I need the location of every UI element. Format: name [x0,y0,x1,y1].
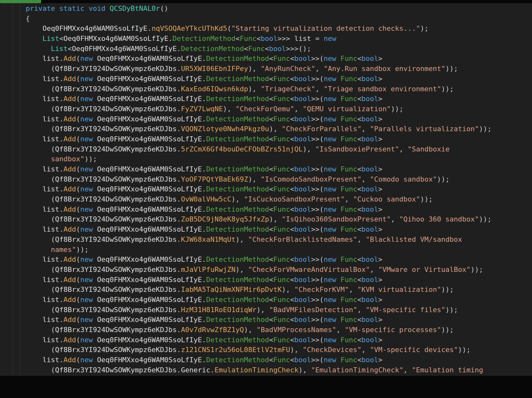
code-token: bool [362,95,378,103]
code-token: "Cuckoo sandbox" [353,195,420,203]
code-token: Oeq0FHMXxo4g6WAM0SsoLfIyE [97,135,202,143]
code-token: >>( [311,336,324,344]
code-line[interactable]: list.Add(new Oeq0FHMXxo4g6WAM0SsoLfIyE.D… [26,94,532,104]
code-token: , [349,286,357,293]
code-token: bool [269,45,286,53]
code-token: "QEMU virtualization" [303,105,391,113]
code-token: ( [76,205,80,213]
code-token: . [59,276,63,284]
code-line[interactable]: list.Add(new Oeq0FHMXxo4g6WAM0SsoLfIyE.D… [26,275,532,285]
code-token: Oeq0FHMXxo4g6WAM0SsoLfIyE [97,75,202,83]
code-line[interactable]: names")); [26,245,532,255]
code-line[interactable]: list.Add(new Oeq0FHMXxo4g6WAM0SsoLfIyE.D… [26,224,532,234]
code-line[interactable]: (Qf8Brx3YI924DwSOWKympz6eKDJbs.A0v7dRvwZ… [26,325,532,335]
code-token: ( [26,286,55,293]
code-line[interactable]: (Qf8Brx3YI924DwSOWKympz6eKDJbs.mJaVlPfuR… [26,265,532,275]
code-token: . [202,225,206,233]
code-token: >>( [311,316,324,324]
code-token: "IsComodoSandboxPresent" [261,175,362,183]
code-line[interactable]: list.Add(new Oeq0FHMXxo4g6WAM0SsoLfIyE.D… [26,54,532,64]
code-line[interactable]: list.Add(new Oeq0FHMXxo4g6WAM0SsoLfIyE.D… [26,295,532,305]
code-token: ( [26,235,55,243]
code-line[interactable]: (Qf8Brx3YI924DwSOWKympz6eKDJbs.KaxEod6IQ… [26,84,532,94]
code-area[interactable]: private static void QCSDyBtNAL0r(){ Oeq0… [0,3,532,376]
code-token: bool [362,276,378,284]
code-line[interactable]: List<Oeq0FHMXxo4g6WAM0SsoLfIyE.Detection… [26,44,532,54]
code-line[interactable]: list.Add(new Oeq0FHMXxo4g6WAM0SsoLfIyE.D… [26,164,532,174]
code-line[interactable]: (Qf8Brx3YI924DwSOWKympz6eKDJbs.VQONZloty… [26,124,532,134]
code-line[interactable]: (Qf8Brx3YI924DwSOWKympz6eKDJbs.YoOF7PQtY… [26,174,532,184]
code-token: "BadVMProcessNames" [257,326,337,334]
code-token: IabMA5TaQiNmXNFMir6pDvtK [181,286,282,293]
code-line[interactable]: (Qf8Brx3YI924DwSOWKympz6eKDJbs.OvW0alVHw… [26,194,532,204]
code-token: new [80,185,93,193]
code-token: >>( [311,205,324,213]
code-token: < [290,296,294,304]
code-token: "Parallels virtualization" [370,125,479,133]
code-token: Func [248,45,265,53]
code-token: . [202,135,206,143]
code-line[interactable]: list.Add(new Oeq0FHMXxo4g6WAM0SsoLfIyE.D… [26,315,532,325]
code-token: . [177,175,181,183]
code-token: . [177,125,181,133]
code-token: , [399,145,408,153]
code-line[interactable]: list.Add(new Oeq0FHMXxo4g6WAM0SsoLfIyE.D… [26,184,532,194]
code-line[interactable]: { [26,14,532,24]
code-line[interactable]: (Qf8Brx3YI924DwSOWKympz6eKDJbs.UR5XWI06E… [26,64,532,74]
code-token: . [202,165,206,173]
code-token: Func [341,296,357,304]
code-token: >>( [311,276,324,284]
screen: private static void QCSDyBtNAL0r(){ Oeq0… [0,0,532,398]
code-token: ( [76,115,80,123]
code-line[interactable]: list.Add(new Oeq0FHMXxo4g6WAM0SsoLfIyE.D… [26,114,532,124]
code-line[interactable]: (Qf8Brx3YI924DwSOWKympz6eKDJbs.ZoB5DC9jN… [26,214,532,224]
code-line[interactable]: (Qf8Brx3YI924DwSOWKympz6eKDJbs.IabMA5TaQ… [26,285,532,295]
code-line[interactable]: (Qf8Brx3YI924DwSOWKympz6eKDJbs.Generic.E… [26,365,532,375]
code-token: new [324,296,337,304]
code-line[interactable]: (Qf8Brx3YI924DwSOWKympz6eKDJbs.FyZV7LwqN… [26,104,532,114]
code-token: >>( [311,135,324,143]
code-token: ZoB5DC9jN8eK8yq5JfxZp [181,215,269,223]
tab-fragment[interactable] [0,0,41,3]
code-token: bool [294,356,311,364]
code-token: . [147,24,151,32]
code-line[interactable]: (Qf8Brx3YI924DwSOWKympz6eKDJbs.KJW68xaN1… [26,234,532,245]
code-token: bool [294,255,311,263]
code-token: . [59,255,63,263]
code-token: "CheckForVMwareAndVirtualBox" [248,266,370,273]
code-token: ), [223,105,236,113]
code-token: ( [76,55,80,62]
code-token: List [42,35,59,42]
code-token: Oeq0FHMXxo4g6WAM0SsoLfIyE [72,45,177,53]
code-line[interactable]: list.Add(new Oeq0FHMXxo4g6WAM0SsoLfIyE.D… [26,134,532,144]
code-token: < [269,165,273,173]
code-token: Add [63,316,76,324]
code-line[interactable]: private static void QCSDyBtNAL0r() [26,3,532,14]
code-token: bool [294,55,311,62]
code-token: Func [273,316,290,324]
code-line[interactable]: list.Add(new Oeq0FHMXxo4g6WAM0SsoLfIyE.D… [26,355,532,365]
code-line[interactable]: list.Add(new Oeq0FHMXxo4g6WAM0SsoLfIyE.D… [26,204,532,215]
code-line[interactable]: (Qf8Brx3YI924DwSOWKympz6eKDJbs.5rZCmX6Gf… [26,144,532,154]
code-token: >>( [311,165,324,173]
code-token: { [26,15,30,22]
code-line[interactable]: list.Add(new Oeq0FHMXxo4g6WAM0SsoLfIyE.D… [26,335,532,345]
code-line[interactable]: List<Oeq0FHMXxo4g6WAM0SsoLfIyE.Detection… [26,34,532,44]
code-line[interactable]: Oeq0FHMXxo4g6WAM0SsoLfIyE.nqVSOQAeYTkcUT… [26,23,532,34]
code-line[interactable]: (Qf8Brx3YI924DwSOWKympz6eKDJbs.z121CNS1r… [26,345,532,355]
code-token: bool [362,115,378,123]
code-line[interactable]: list.Add(new Oeq0FHMXxo4g6WAM0SsoLfIyE.D… [26,254,532,265]
code-token: Qf8Brx3YI924DwSOWKympz6eKDJbs [55,175,177,183]
code-token: ( [26,326,55,334]
code-token: Qf8Brx3YI924DwSOWKympz6eKDJbs [55,105,177,113]
code-token: ), [248,85,261,93]
code-line[interactable]: list.Add(new Oeq0FHMXxo4g6WAM0SsoLfIyE.D… [26,74,532,84]
code-line[interactable]: (Qf8Brx3YI924DwSOWKympz6eKDJbs.HzM31H81R… [26,305,532,315]
code-token: >>( [311,185,324,193]
code-token: > [378,55,382,62]
code-line[interactable]: sandbox")); [26,154,532,164]
code-token: "IsSandboxiePresent" [315,145,399,153]
code-token: . [202,75,206,83]
code-token: Func [341,356,357,364]
code-token: Func [341,115,357,123]
